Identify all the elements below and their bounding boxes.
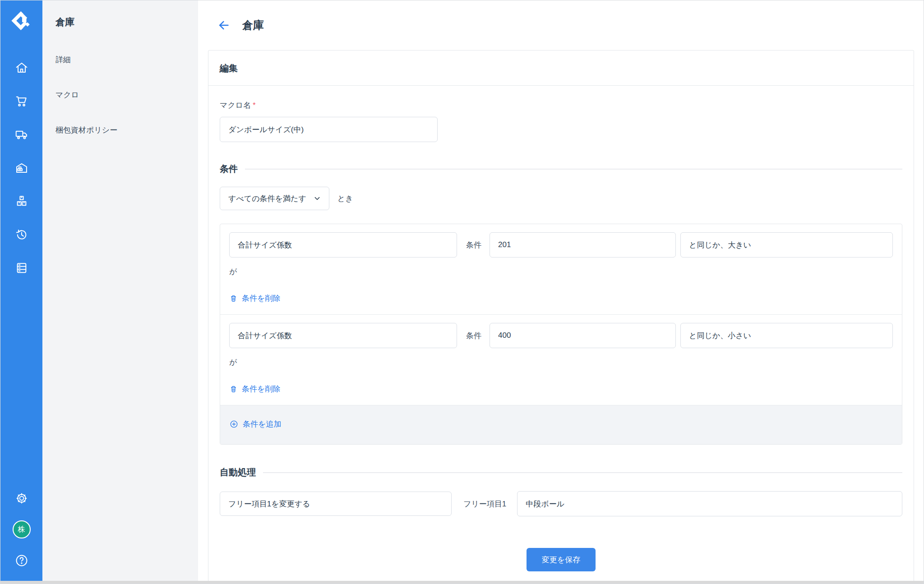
rail-nav	[14, 60, 29, 276]
required-mark: *	[253, 101, 255, 109]
divider	[263, 472, 902, 473]
page-header: 倉庫	[198, 0, 924, 50]
conditions-section-header: 条件	[220, 163, 902, 175]
conditions-title: 条件	[220, 163, 238, 175]
trash-icon	[229, 294, 238, 303]
edit-section-title: 編集	[208, 51, 914, 86]
condition-value-input[interactable]	[490, 232, 676, 258]
home-icon[interactable]	[14, 60, 29, 75]
trash-icon	[229, 385, 238, 393]
condition-label: 条件	[466, 331, 481, 341]
add-condition-label: 条件を追加	[243, 419, 281, 429]
auto-process-section: 自動処理 フリー項目1を変更する フリー項目1	[220, 466, 902, 516]
boxes-icon[interactable]	[14, 193, 29, 209]
plus-circle-icon	[229, 419, 239, 429]
sidebar-menu: 詳細 マクロ 梱包資材ポリシー	[55, 55, 198, 160]
action-type-value: フリー項目1を変更する	[228, 499, 310, 509]
chevron-down-icon	[313, 194, 322, 203]
condition-block-2: 条件 が 条件を削除	[220, 315, 902, 405]
warehouse-icon[interactable]	[14, 160, 29, 175]
match-type-value: すべての条件を満たす	[228, 193, 306, 204]
page-title: 倉庫	[242, 18, 264, 32]
condition-value-input[interactable]	[490, 323, 676, 348]
condition-field-select[interactable]	[229, 323, 457, 348]
app-window: 株 倉庫 詳細 マクロ 梱包資材ポリシー 倉庫	[0, 0, 924, 582]
particle-label: が	[229, 267, 893, 277]
condition-label: 条件	[466, 240, 481, 250]
nav-rail: 株	[0, 0, 42, 582]
delete-condition-label: 条件を削除	[242, 293, 280, 303]
delete-condition-button[interactable]: 条件を削除	[229, 384, 280, 394]
action-type-select[interactable]: フリー項目1を変更する	[220, 492, 452, 516]
main-content: 倉庫 編集 マクロ名* 条件 すべての条件	[198, 0, 924, 582]
gear-icon[interactable]	[14, 491, 29, 506]
match-type-row: すべての条件を満たす とき	[220, 187, 902, 210]
action-row: フリー項目1を変更する フリー項目1	[220, 491, 902, 516]
delete-condition-label: 条件を削除	[242, 384, 280, 394]
macro-name-label: マクロ名	[220, 101, 251, 110]
brand-logo-icon[interactable]	[11, 10, 32, 31]
match-type-select[interactable]: すべての条件を満たす	[220, 187, 329, 210]
condition-field-select[interactable]	[229, 232, 457, 258]
particle-label: が	[229, 357, 893, 368]
condition-block-1: 条件 が 条件を削除	[220, 224, 902, 315]
secondary-sidebar: 倉庫 詳細 マクロ 梱包資材ポリシー	[42, 0, 198, 582]
rail-bottom: 株	[13, 491, 31, 568]
save-button[interactable]: 変更を保存	[527, 548, 596, 571]
cart-icon[interactable]	[14, 93, 29, 109]
macro-name-input[interactable]	[220, 117, 438, 142]
conditions-footer: 条件を追加	[220, 405, 902, 444]
avatar[interactable]: 株	[13, 520, 31, 538]
sidebar-item-packing-policy[interactable]: 梱包資材ポリシー	[55, 125, 198, 160]
free-field-label: フリー項目1	[463, 499, 506, 509]
edit-card: 編集 マクロ名* 条件 すべての条件を満たす	[208, 50, 914, 584]
back-arrow-icon[interactable]	[217, 18, 231, 32]
condition-operator-select[interactable]	[680, 323, 893, 348]
condition-operator-select[interactable]	[680, 232, 893, 258]
sidebar-item-macro[interactable]: マクロ	[55, 90, 198, 125]
divider	[245, 169, 902, 170]
history-icon[interactable]	[14, 227, 29, 242]
database-icon[interactable]	[14, 260, 29, 276]
match-suffix-label: とき	[337, 193, 353, 204]
window-bottom-edge	[0, 581, 924, 584]
sidebar-item-details[interactable]: 詳細	[55, 55, 198, 90]
truck-icon[interactable]	[14, 127, 29, 142]
macro-name-block: マクロ名*	[220, 100, 902, 142]
free-field-value-input[interactable]	[517, 491, 902, 516]
auto-process-title: 自動処理	[220, 466, 256, 478]
delete-condition-button[interactable]: 条件を削除	[229, 293, 280, 303]
help-icon[interactable]	[14, 553, 29, 568]
sidebar-title: 倉庫	[55, 16, 198, 28]
add-condition-button[interactable]: 条件を追加	[229, 419, 281, 429]
conditions-group: 条件 が 条件を削除	[220, 224, 902, 445]
